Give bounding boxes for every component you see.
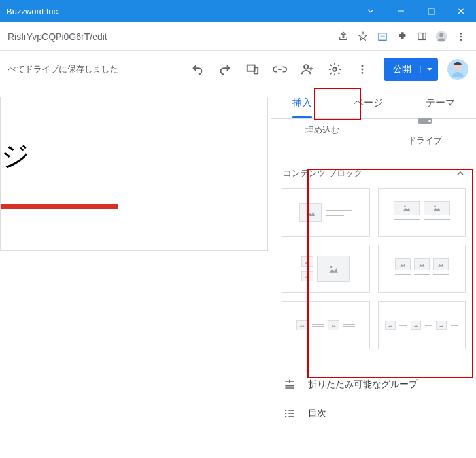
extensions-icon[interactable] (392, 27, 412, 46)
save-status: べてドライブに保存しました (8, 63, 184, 75)
panel-icon[interactable] (412, 27, 432, 46)
toc-label: 目次 (308, 408, 326, 419)
page-title[interactable]: ジ (1, 137, 267, 175)
more-icon[interactable] (348, 56, 376, 83)
svg-point-9 (460, 33, 462, 35)
undo-button[interactable] (184, 56, 211, 83)
chrome-menu-icon[interactable] (451, 27, 471, 46)
star-icon[interactable] (353, 27, 373, 46)
embed-label: 埋め込む (305, 125, 339, 135)
window-minimize-button[interactable] (386, 0, 416, 22)
svg-point-27 (285, 410, 287, 412)
share-icon[interactable] (333, 27, 353, 46)
devices-icon[interactable] (239, 56, 266, 83)
highlight-insert-tab (314, 88, 361, 120)
image-icon (296, 320, 308, 330)
window-maximize-button[interactable] (416, 0, 446, 22)
window-close-button[interactable] (446, 0, 476, 22)
redo-button[interactable] (211, 56, 239, 83)
publish-button[interactable]: 公開 (384, 58, 438, 81)
drive-item[interactable]: ドライブ (374, 124, 477, 147)
toc-item[interactable]: 目次 (283, 399, 464, 428)
tab-theme[interactable]: テーマ (420, 89, 460, 117)
svg-point-17 (362, 69, 364, 71)
svg-point-11 (460, 39, 462, 41)
app-toolbar: べてドライブに保存しました 公開 (0, 51, 476, 88)
avatar[interactable] (447, 59, 468, 80)
svg-point-29 (285, 416, 287, 418)
collapsible-label: 折りたたみ可能なグループ (308, 379, 418, 391)
embed-item[interactable]: 埋め込む (271, 124, 374, 147)
svg-point-10 (460, 35, 462, 37)
url-text: RisIrYvpCQPi0G6rT/edit (5, 31, 333, 42)
svg-rect-13 (254, 67, 258, 73)
drive-label: ドライブ (408, 135, 442, 145)
panel-tabs: 挿入 ページ テーマ (271, 88, 476, 119)
svg-point-18 (362, 72, 364, 74)
svg-point-14 (304, 65, 308, 69)
highlight-content-blocks (307, 169, 473, 378)
svg-rect-5 (418, 33, 425, 40)
svg-point-28 (285, 413, 287, 415)
page-canvas[interactable]: ジ (0, 88, 271, 458)
chevron-down-icon[interactable] (356, 0, 386, 22)
publish-label: 公開 (384, 63, 420, 75)
drive-icon (416, 116, 434, 126)
svg-rect-1 (428, 9, 434, 14)
read-icon[interactable] (373, 27, 392, 46)
address-bar: RisIrYvpCQPi0G6rT/edit (0, 22, 476, 51)
svg-point-22 (428, 120, 431, 122)
tab-insert[interactable]: 挿入 (287, 89, 317, 117)
publish-dropdown[interactable] (420, 66, 438, 73)
profile-icon[interactable] (432, 27, 451, 46)
link-icon[interactable] (266, 56, 294, 83)
svg-point-15 (333, 67, 337, 71)
gear-icon[interactable] (321, 56, 348, 83)
svg-point-8 (439, 33, 443, 37)
collapsible-icon (283, 378, 296, 391)
svg-point-16 (362, 65, 364, 67)
share-person-icon[interactable] (294, 56, 321, 83)
titlebar: Buzzword Inc. (0, 0, 476, 22)
window-title: Buzzword Inc. (7, 7, 356, 16)
page-paper[interactable]: ジ (0, 97, 268, 251)
selection-handle[interactable] (1, 204, 118, 209)
insert-quick: 埋め込む ドライブ (271, 119, 476, 158)
toc-icon (283, 407, 296, 420)
